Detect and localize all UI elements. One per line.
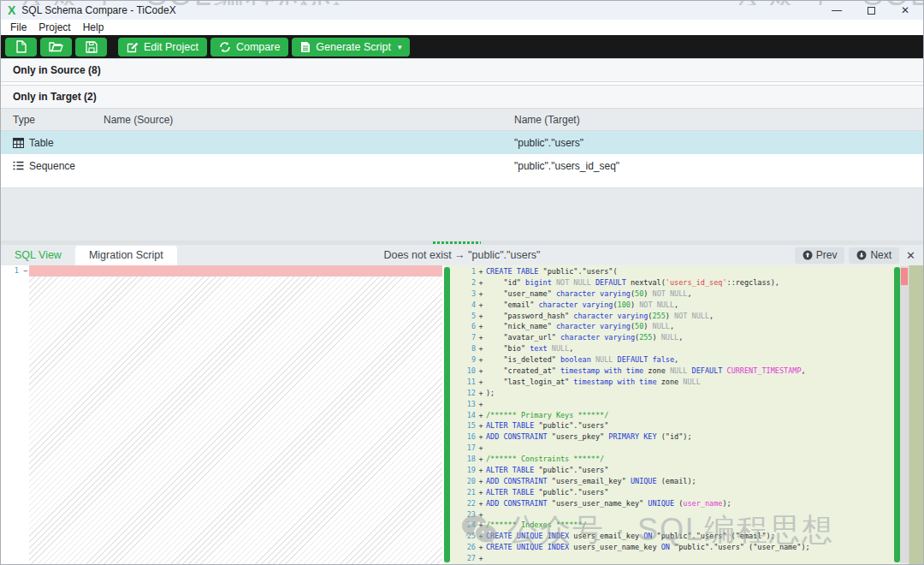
minimize-button[interactable]: — — [832, 4, 842, 16]
script-file-icon — [300, 41, 311, 53]
menu-file[interactable]: File — [4, 21, 33, 33]
titlebar: X SQL Schema Compare - TiCodeX — ✕ — [1, 1, 923, 20]
diff-view: 1 − 1+CREATE TABLE "public"."users"(2+ "… — [1, 265, 923, 564]
sequence-icon — [13, 161, 24, 170]
deleted-line — [29, 265, 442, 277]
open-folder-icon — [49, 41, 63, 52]
table-row[interactable]: Sequence "public"."users_id_seq" — [1, 154, 923, 177]
change-bar-right — [894, 267, 900, 562]
diff-source-pane: 1 − — [1, 265, 444, 564]
column-name-target: Name (Target) — [514, 114, 923, 126]
diff-target-pane: 1+CREATE TABLE "public"."users"(2+ "id" … — [444, 265, 923, 564]
chevron-down-icon: ▾ — [398, 43, 402, 51]
generate-script-button[interactable]: Generate Script ▾ — [292, 38, 410, 56]
close-diff-icon[interactable]: ✕ — [903, 249, 918, 262]
generate-script-label: Generate Script — [316, 41, 391, 53]
save-icon — [86, 41, 98, 53]
section-only-in-source[interactable]: Only in Source (8) — [1, 58, 923, 82]
grid-header: Type Name (Source) Name (Target) — [1, 109, 923, 131]
scrollbar[interactable] — [909, 265, 923, 564]
prev-diff-button[interactable]: Prev — [795, 247, 845, 264]
removed-marker — [901, 268, 908, 285]
table-row[interactable]: Table "public"."users" — [1, 131, 923, 154]
section-only-in-target[interactable]: Only in Target (2) — [1, 85, 923, 109]
bottom-tabbar: SQL View Migration Script Does not exist… — [1, 245, 923, 265]
new-project-button[interactable] — [5, 38, 37, 56]
next-diff-button[interactable]: Next — [849, 247, 899, 264]
maximize-button[interactable] — [868, 7, 875, 15]
empty-results-panel — [1, 187, 923, 241]
arrow-up-circle-icon — [803, 250, 813, 260]
save-project-button[interactable] — [75, 38, 107, 56]
overview-ruler[interactable] — [900, 266, 909, 563]
sql-code: 1+CREATE TABLE "public"."users"(2+ "id" … — [450, 265, 894, 564]
app-logo-icon: X — [8, 4, 15, 16]
toolbar: Edit Project Compare Generate Script ▾ — [1, 35, 923, 58]
close-button[interactable]: ✕ — [901, 4, 909, 16]
window-title: SQL Schema Compare - TiCodeX — [21, 4, 175, 16]
app-window: X SQL Schema Compare - TiCodeX — ✕ File … — [0, 0, 924, 565]
open-project-button[interactable] — [40, 38, 72, 56]
row-target-name: "public"."users" — [514, 137, 923, 149]
row-type-label: Sequence — [29, 160, 75, 172]
menu-help[interactable]: Help — [77, 21, 110, 33]
new-file-icon — [15, 40, 27, 53]
compare-sync-icon — [219, 41, 231, 53]
menubar: File Project Help — [1, 20, 923, 35]
change-bar-left — [444, 267, 450, 562]
row-type-label: Table — [29, 137, 54, 149]
column-type: Type — [13, 114, 104, 126]
arrow-down-circle-icon — [856, 250, 867, 260]
table-icon — [13, 138, 24, 148]
no-content-hatch — [29, 277, 442, 564]
row-target-name: "public"."users_id_seq" — [514, 160, 923, 172]
edit-icon — [127, 41, 139, 53]
splitter-grip-icon — [433, 241, 481, 244]
edit-project-button[interactable]: Edit Project — [118, 38, 207, 56]
edit-project-label: Edit Project — [144, 41, 198, 53]
compare-label: Compare — [236, 41, 280, 53]
source-line-gutter: 1 − — [1, 265, 29, 564]
compare-button[interactable]: Compare — [210, 38, 288, 56]
tab-sql-view[interactable]: SQL View — [1, 246, 75, 265]
menu-project[interactable]: Project — [33, 21, 76, 33]
tab-migration-script[interactable]: Migration Script — [75, 246, 177, 265]
column-name-source: Name (Source) — [104, 114, 514, 126]
